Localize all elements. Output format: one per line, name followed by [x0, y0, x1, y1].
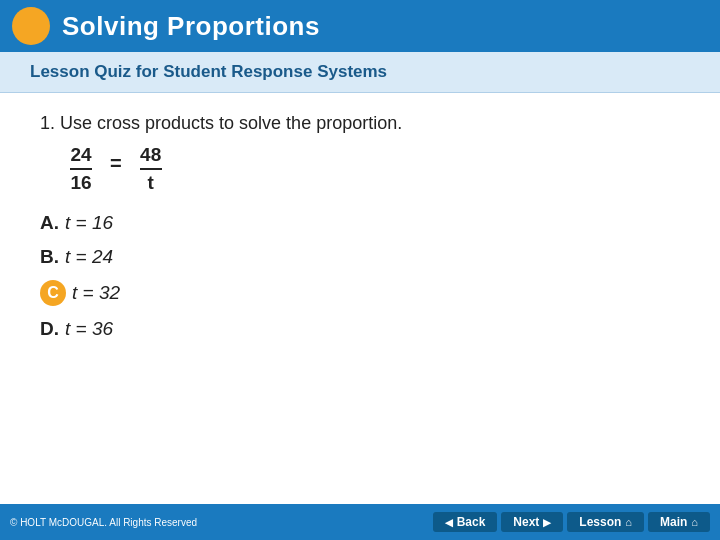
copyright-text: © HOLT McDOUGAL. All Rights Reserved — [10, 517, 197, 528]
lesson-button[interactable]: Lesson ⌂ — [567, 512, 644, 532]
subheader: Lesson Quiz for Student Response Systems — [0, 52, 720, 93]
answer-B-label: B. — [40, 246, 59, 268]
header: Solving Proportions — [0, 0, 720, 52]
question-number: 1. — [40, 113, 55, 133]
fraction2-denominator: t — [140, 170, 162, 194]
answer-C-text: t = 32 — [72, 282, 120, 304]
answer-C[interactable]: C t = 32 — [40, 280, 680, 306]
answer-A-label: A. — [40, 212, 59, 234]
answer-D-text: t = 36 — [65, 318, 113, 340]
lesson-label: Lesson — [579, 515, 621, 529]
main-content: 1. Use cross products to solve the propo… — [0, 93, 720, 362]
answer-C-label: C — [40, 280, 66, 306]
answers-list: A. t = 16 B. t = 24 C t = 32 D. t = 36 — [40, 212, 680, 340]
answer-B[interactable]: B. t = 24 — [40, 246, 680, 268]
back-label: Back — [457, 515, 486, 529]
fraction2-numerator: 48 — [140, 144, 162, 170]
fraction-row: 24 16 = 48 t — [70, 144, 680, 194]
next-arrow-icon: ▶ — [543, 517, 551, 528]
lesson-home-icon: ⌂ — [625, 516, 632, 528]
subheader-text: Lesson Quiz for Student Response Systems — [30, 62, 387, 81]
fraction1-denominator: 16 — [70, 170, 92, 194]
answer-D[interactable]: D. t = 36 — [40, 318, 680, 340]
fraction-1: 24 16 — [70, 144, 92, 194]
header-icon — [12, 7, 50, 45]
main-button[interactable]: Main ⌂ — [648, 512, 710, 532]
main-label: Main — [660, 515, 687, 529]
fraction1-numerator: 24 — [70, 144, 92, 170]
answer-B-text: t = 24 — [65, 246, 113, 268]
next-button[interactable]: Next ▶ — [501, 512, 563, 532]
footer-buttons: ◀ Back Next ▶ Lesson ⌂ Main ⌂ — [433, 512, 710, 532]
question-text: 1. Use cross products to solve the propo… — [40, 113, 680, 134]
answer-A[interactable]: A. t = 16 — [40, 212, 680, 234]
back-arrow-icon: ◀ — [445, 517, 453, 528]
answer-A-text: t = 16 — [65, 212, 113, 234]
footer: © HOLT McDOUGAL. All Rights Reserved ◀ B… — [0, 504, 720, 540]
next-label: Next — [513, 515, 539, 529]
equals-sign: = — [110, 144, 122, 175]
answer-D-label: D. — [40, 318, 59, 340]
header-title: Solving Proportions — [62, 11, 320, 42]
main-home-icon: ⌂ — [691, 516, 698, 528]
back-button[interactable]: ◀ Back — [433, 512, 498, 532]
question-body: Use cross products to solve the proporti… — [60, 113, 402, 133]
fraction-2: 48 t — [140, 144, 162, 194]
question-block: 1. Use cross products to solve the propo… — [40, 113, 680, 194]
